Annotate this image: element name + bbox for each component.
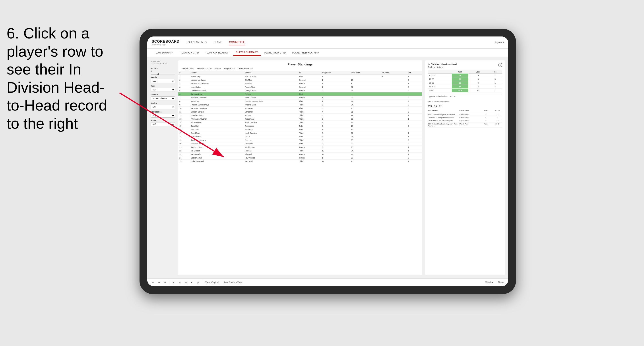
tab-player-h2h-heatmap[interactable]: PLAYER H2H HEATMAP [290,50,322,56]
cell-yr: Third [298,103,321,107]
h2h-win-value: 8 [452,74,468,77]
h2h-win-value: 46 [452,85,468,89]
cell-yr: Third [298,121,321,124]
cell-win: 2 [407,156,422,160]
tab-player-summary[interactable]: PLAYER SUMMARY [233,49,260,56]
logo-powered: Powered by clippi [152,43,180,45]
cell-win: 1 [407,75,422,78]
h2h-close-button[interactable]: ✕ [498,63,502,67]
table-row[interactable]: 18 Luke Powell UCLA First 4 24 1 [178,135,422,138]
table-row[interactable]: 19 Tiger Christensen Arizona Third 8 23 … [178,138,422,142]
player-select[interactable]: (All) [150,122,175,126]
toolbar-remove[interactable]: ⊟ [178,281,182,284]
table-row[interactable]: 25 Cole Sherwood Vanderbilt Third 12 23 … [178,160,422,163]
region-select[interactable]: N/A [150,105,175,109]
nav-committee[interactable]: COMMITTEE [229,40,245,45]
cell-yr: First [298,135,321,138]
cell-num: 10 [178,107,190,110]
nav-teams[interactable]: TEAMS [213,40,222,45]
tourn-name: Amer Ari Intercollegiate Invitational [428,114,458,116]
cell-player: Michael Thorbjornsen [190,82,244,85]
cell-no-rds [381,107,407,110]
tab-team-h2h-heatmap[interactable]: TEAM H2H HEATMAP [203,50,232,56]
table-row[interactable]: 14 Maxwell Ford North Carolina Third 3 2… [178,121,422,124]
table-row[interactable]: 1 Wenyi Ding Arizona State First 1 8 1 [178,75,422,78]
cell-conf-rank: 27 [350,85,381,89]
toolbar-save-custom[interactable]: Save Custom View [222,281,244,284]
cell-yr: Fourth [298,153,321,156]
table-row[interactable]: 24 Bastien Amat New Mexico Fourth 1 27 2 [178,156,422,160]
player-standings-table: # Player School Yr Reg Rank Conf Rank No… [178,71,422,163]
col-conf-rank: Conf Rank [350,71,381,75]
h2h-tie-value: 3 [488,85,502,89]
cell-reg-rank: 1 [321,75,350,78]
toolbar-add[interactable]: ⊕ [184,281,188,284]
cell-reg-rank: 3 [321,107,350,110]
sign-out-button[interactable]: Sign out [495,41,504,44]
cell-conf-rank: 27 [350,156,381,160]
cell-player: Gordon Sargent [190,110,244,114]
cell-no-rds: 8 [381,75,407,78]
table-row[interactable]: 4 Luke Claton Florida State Second 1 27 … [178,85,422,89]
table-row[interactable]: 13 Phichaksn Maichon Texas A&M Third 6 3… [178,117,422,121]
table-row[interactable]: 16 Alex Goff Kentucky Fifth 8 19 0 [178,128,422,131]
h2h-col-range [428,70,452,74]
cell-num: 25 [178,160,190,163]
no-rds-slider[interactable] [150,74,175,74]
table-row[interactable]: 2 Michael La Sasse Ole Miss Second 1 10 … [178,78,422,82]
conference-select[interactable]: (All) [150,114,175,118]
table-row[interactable]: 20 Matthew Riedel Vanderbilt Fifth 9 22 … [178,142,422,146]
cell-conf-rank: 23 [350,138,381,142]
table-row[interactable]: 9 Preston Summerhays Arizona State Third… [178,103,422,107]
h2h-loss-value: 4 [468,81,488,85]
cell-school: Vanderbilt [244,110,298,114]
nav-tournaments[interactable]: TOURNAMENTS [186,40,206,45]
table-row[interactable]: 15 Jake Hall Tennessee Fifth 3 18 0 [178,124,422,128]
cell-conf-rank: 21 [350,110,381,114]
table-row[interactable]: 3 Michael Thorbjornsen Stanford Fourth 1… [178,82,422,85]
h2h-win-value: 20 [452,77,468,81]
tab-team-h2h-grid[interactable]: TEAM H2H GRID [178,50,202,56]
table-row[interactable]: 11 Gordon Sargent Vanderbilt Third 4 21 … [178,110,422,114]
cell-player: Luke Claton [190,85,244,89]
cell-reg-rank: 6 [321,146,350,149]
table-row[interactable]: 12 Brendan Valles Auburn Third 3 19 1 [178,114,422,117]
table-row[interactable]: 5 Christo Lamprecht Georgia Tech Fourth … [178,89,422,92]
table-row[interactable]: 10 Jacob Mock-Diesse Arkansas Fifth 3 23… [178,107,422,110]
tab-player-h2h-grid[interactable]: PLAYER H2H GRID [262,50,288,56]
toolbar-grid[interactable]: ⊞ [171,281,176,284]
year-select[interactable]: (All) [150,88,175,92]
toolbar-refresh[interactable]: ⟳ [163,281,168,284]
cell-num: 22 [178,149,190,153]
tablet-screen: SCOREBOARD Powered by clippi TOURNAMENTS… [147,36,508,286]
h2h-range-label: Top 10 [428,74,452,77]
table-row[interactable]: 6 Jackson Koivun Auburn First [178,92,422,96]
h2h-col-tie: Tie [488,70,502,74]
toolbar-redo-1[interactable]: ↪ [157,281,161,284]
cell-reg-rank: 1 [321,82,350,85]
tourn-name: SEC Match Play hosted by Jerry Pate Roun… [428,123,458,127]
toolbar-share[interactable]: Share [496,281,505,284]
cell-no-rds [381,110,407,114]
toolbar-view-original[interactable]: View: Original [204,281,220,284]
tab-team-summary[interactable]: TEAM SUMMARY [152,50,176,56]
table-row[interactable]: 22 Ian Gilligan Florida Third 10 24 1 [178,149,422,153]
cell-conf-rank: 10 [350,78,381,82]
toolbar-watch[interactable]: Watch ▾ [484,281,495,284]
cell-no-rds [381,89,407,92]
table-row[interactable]: 23 Jack Lundin Missouri Fourth 11 24 1 [178,153,422,156]
h2h-loss-value: 3 [468,74,488,77]
division-select[interactable]: NCAA Division I [150,96,175,100]
table-row[interactable]: 17 David Ford North Carolina Third 3 21 … [178,131,422,135]
cell-no-rds [381,78,407,82]
table-row[interactable]: 7 Nicholas Gabrelcik North Florida Fourt… [178,96,422,100]
h2h-table-row: >100 578 11 1 [428,89,502,92]
table-row[interactable]: 8 Mats Ege East Tennessee State Fifth 1 … [178,100,422,103]
h2h-range-label: 26-50 [428,81,452,85]
gender-select[interactable]: Men [150,79,175,83]
division-filter-display: Division: NCAA Division I [197,67,221,70]
toolbar-undo[interactable]: ↩ [150,281,155,284]
table-row[interactable]: 21 Taehoon Song Washington Fourth 6 23 1 [178,146,422,149]
toolbar-circle[interactable]: ◎ [196,281,200,284]
toolbar-dot[interactable]: ● [190,281,194,284]
